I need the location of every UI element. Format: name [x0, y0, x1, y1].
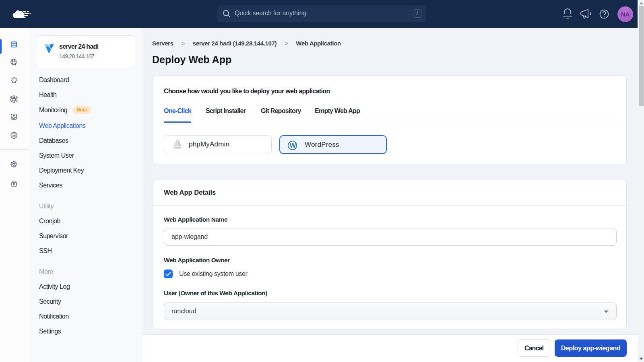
svg-text:DNS: DNS: [12, 134, 17, 137]
svg-text:W: W: [289, 142, 296, 149]
